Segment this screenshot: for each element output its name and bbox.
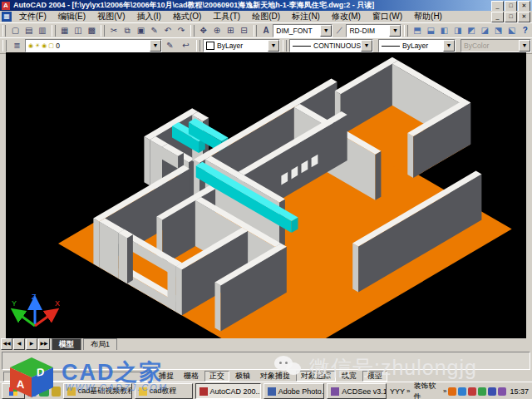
taskbar-item-acdsee[interactable]: ACDSee v3.1... [327, 383, 387, 399]
menu-tools[interactable]: 工具(T) [207, 11, 246, 22]
otrack-toggle[interactable]: 对象追踪 [296, 371, 336, 382]
chevron-icon[interactable]: » [406, 387, 410, 395]
zoom-window-icon[interactable]: ⊞ [224, 24, 236, 37]
make-object-layer-current-icon[interactable]: ✎ [163, 39, 177, 52]
menu-edit[interactable]: 编辑(E) [52, 11, 91, 22]
chevron-down-icon[interactable]: ▼ [150, 40, 161, 52]
model-toggle[interactable]: 模型 [362, 371, 387, 382]
tab-next-button[interactable]: ▶ [26, 338, 37, 350]
tray-icon-1[interactable] [448, 387, 456, 396]
tray-icon-3[interactable] [468, 387, 476, 396]
drawing-area[interactable]: Z Y X [6, 52, 526, 338]
undo-icon[interactable]: ↶ [162, 24, 174, 37]
tray-icon-5[interactable] [488, 387, 496, 396]
cut-icon[interactable]: ✂ [108, 24, 120, 37]
view-swiso-icon[interactable]: ⬔ [492, 24, 504, 37]
open-icon[interactable]: ▤ [23, 24, 35, 37]
tray-icon-4[interactable] [478, 387, 486, 396]
close-button[interactable]: ✕ [518, 1, 530, 11]
taskbar-item-video-tutorial[interactable]: cad基础视频教程... [63, 383, 132, 399]
print-icon[interactable]: ▦ [59, 24, 71, 37]
copy-icon[interactable]: ⧉ [121, 24, 133, 37]
osnap-toggle[interactable]: 对象捕捉 [256, 372, 294, 381]
window-title: AutoCAD 2004 - [f:\yy\yx1\2006年\2006年10月… [13, 0, 374, 11]
text-style-combo[interactable]: DIM_FONT ▼ [273, 24, 332, 37]
tab-model[interactable]: 模型 [52, 338, 81, 350]
taskbar-item-autocad[interactable]: AutoCAD 200... [195, 383, 261, 399]
chevron-down-icon[interactable]: ▼ [268, 40, 279, 52]
tray-icon-2[interactable] [458, 387, 466, 396]
tab-last-button[interactable]: ▶▶ [38, 338, 50, 350]
taskbar-item-cad-folder[interactable]: cad教程 [135, 383, 193, 399]
view-left-icon[interactable]: ◧ [438, 24, 450, 37]
mdi-restore-button[interactable]: □ [505, 12, 517, 22]
view-bottom-icon[interactable]: ⬓ [425, 24, 436, 37]
tray-icon-6[interactable] [498, 387, 506, 396]
chevron-icon[interactable]: » [443, 387, 446, 395]
layer-manager-icon[interactable]: ≣ [10, 39, 24, 52]
ucs-x-label: X [55, 299, 60, 308]
text-style-icon[interactable]: A [260, 24, 272, 37]
restore-button[interactable]: □ [505, 1, 517, 11]
language-bar[interactable]: YYY [390, 387, 405, 396]
publish-icon[interactable]: ▩ [86, 24, 97, 37]
grid-toggle[interactable]: 栅格 [180, 372, 203, 381]
quicklaunch-desktop-icon[interactable] [27, 387, 37, 397]
start-button[interactable] [2, 383, 25, 399]
menu-insert[interactable]: 插入(I) [131, 11, 166, 22]
mdi-minimize-button[interactable]: _ [491, 12, 504, 22]
polar-toggle[interactable]: 极轴 [231, 372, 254, 381]
dim-style-combo[interactable]: RD-DIM ▼ [346, 24, 401, 37]
paste-icon[interactable]: ▣ [135, 24, 146, 37]
menu-view[interactable]: 视图(V) [91, 11, 131, 22]
layer-combo[interactable]: ◉ ☀ ◉ ▢ 0 ▼ [25, 39, 162, 52]
linetype-combo[interactable]: CONTINUOUS ▼ [289, 39, 373, 52]
tab-first-button[interactable]: ◀◀ [1, 338, 12, 350]
dim-style-icon[interactable]: ⟋ [333, 24, 345, 37]
mdi-close-button[interactable]: ✕ [518, 12, 530, 22]
pan-icon[interactable]: ✥ [198, 24, 209, 37]
lineweight-combo[interactable]: ByLayer ▼ [378, 39, 456, 52]
chevron-down-icon[interactable]: ▼ [443, 40, 455, 52]
ortho-toggle[interactable]: 正交 [204, 371, 229, 382]
view-top-icon[interactable]: ⬒ [411, 24, 423, 37]
menu-help[interactable]: 帮助(H) [408, 11, 448, 22]
model-face [215, 282, 221, 331]
command-input[interactable] [2, 352, 530, 370]
menu-format[interactable]: 格式(O) [167, 11, 207, 22]
menu-modify[interactable]: 修改(M) [326, 11, 367, 22]
minimize-button[interactable]: _ [491, 1, 504, 11]
zoom-previous-icon[interactable]: ⊟ [238, 24, 249, 37]
menu-window[interactable]: 窗口(W) [367, 11, 408, 22]
view-right-icon[interactable]: ◨ [452, 24, 464, 37]
menu-dimension[interactable]: 标注(N) [286, 11, 326, 22]
toolbar-grip[interactable] [2, 25, 6, 37]
toolbar-grip[interactable] [2, 40, 7, 52]
quicklaunch-explorer-icon[interactable] [39, 387, 48, 397]
chevron-down-icon[interactable]: ▼ [320, 25, 332, 37]
deskband-label[interactable]: 装饰软件 [413, 381, 441, 399]
tab-prev-button[interactable]: ◀ [13, 338, 25, 350]
view-back-icon[interactable]: ◪ [479, 24, 490, 37]
lineweight-toggle[interactable]: 线宽 [337, 372, 361, 381]
tab-layout1[interactable]: 布局1 [83, 338, 117, 350]
chevron-down-icon[interactable]: ▼ [361, 40, 372, 52]
view-front-icon[interactable]: ◩ [466, 24, 477, 37]
snap-toggle[interactable]: 捕捉 [155, 372, 178, 381]
command-line-area[interactable] [0, 350, 532, 371]
save-icon[interactable]: ▥ [37, 24, 48, 37]
menu-file[interactable]: 文件(F) [13, 11, 52, 22]
help-icon[interactable]: ? [520, 24, 531, 37]
quicklaunch-player-icon[interactable] [52, 387, 61, 397]
new-icon[interactable]: ▢ [9, 24, 21, 37]
matchprops-icon[interactable]: ✎ [148, 24, 160, 37]
taskbar-item-photoshop[interactable]: Adobe Photo... [264, 383, 325, 399]
preview-icon[interactable]: ◫ [72, 24, 84, 37]
layer-previous-icon[interactable]: ↩ [179, 39, 193, 52]
view-seiso-icon[interactable]: ⬕ [505, 24, 517, 37]
color-combo[interactable]: ByLayer ▼ [203, 39, 280, 52]
menu-draw[interactable]: 绘图(D) [246, 11, 286, 22]
zoom-realtime-icon[interactable]: ⊕ [211, 24, 223, 37]
chevron-down-icon[interactable]: ▼ [389, 25, 401, 37]
redo-icon[interactable]: ↷ [175, 24, 187, 37]
